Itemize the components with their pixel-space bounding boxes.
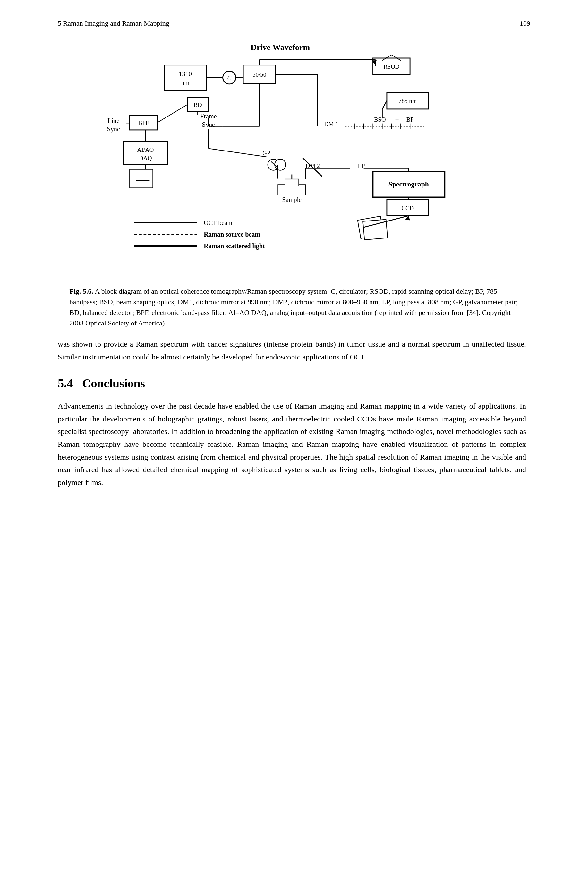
svg-text:1310: 1310 xyxy=(178,70,192,77)
svg-text:C: C xyxy=(227,75,231,81)
chapter-title: 5 Raman Imaging and Raman Mapping xyxy=(58,19,170,28)
svg-text:50/50: 50/50 xyxy=(252,71,266,78)
svg-rect-0 xyxy=(164,65,206,90)
svg-text:AI/AO: AI/AO xyxy=(137,146,154,153)
diagram-wrapper: Drive Waveform 1310 nm C 50/50 RSOD 785 … xyxy=(86,37,502,279)
diagram-title: Drive Waveform xyxy=(250,43,310,52)
svg-point-38 xyxy=(274,159,286,170)
svg-text:RSOD: RSOD xyxy=(383,63,399,70)
svg-text:Sample: Sample xyxy=(282,196,302,203)
svg-text:BP: BP xyxy=(406,116,414,123)
svg-line-67 xyxy=(157,104,188,122)
svg-text:Spectrograph: Spectrograph xyxy=(388,180,429,188)
svg-text:Raman scattered light: Raman scattered light xyxy=(204,242,265,250)
figure-container: Drive Waveform 1310 nm C 50/50 RSOD 785 … xyxy=(58,37,530,328)
page-number: 109 xyxy=(520,19,530,28)
svg-text:BPF: BPF xyxy=(138,119,148,126)
svg-text:DAQ: DAQ xyxy=(139,155,152,161)
svg-line-61 xyxy=(382,101,387,109)
section-heading: 5.4 Conclusions xyxy=(58,376,530,390)
svg-text:OCT beam: OCT beam xyxy=(204,219,232,226)
svg-text:GP: GP xyxy=(262,150,270,157)
page-header: 5 Raman Imaging and Raman Mapping 109 xyxy=(58,19,530,28)
diagram-svg: Drive Waveform 1310 nm C 50/50 RSOD 785 … xyxy=(86,37,502,278)
svg-text:+: + xyxy=(395,116,399,123)
body-text-paragraph-1: was shown to provide a Raman spectrum wi… xyxy=(58,338,526,363)
section-title: Conclusions xyxy=(82,377,145,390)
svg-text:785 nm: 785 nm xyxy=(398,98,417,104)
body-text-paragraph-2: Advancements in technology over the past… xyxy=(58,400,526,489)
fig-caption: Fig. 5.6. A block diagram of an optical … xyxy=(70,286,519,328)
svg-text:BD: BD xyxy=(194,101,202,108)
svg-rect-70 xyxy=(130,170,153,188)
svg-rect-47 xyxy=(285,179,298,186)
svg-text:DM 1: DM 1 xyxy=(324,121,338,128)
svg-text:Sync: Sync xyxy=(107,126,120,133)
svg-text:CCD: CCD xyxy=(401,205,414,212)
fig-label: Fig. 5.6. xyxy=(70,287,94,295)
section-number: 5.4 xyxy=(58,377,73,390)
svg-text:Line: Line xyxy=(108,117,119,124)
svg-text:BSO: BSO xyxy=(374,116,386,123)
svg-text:nm: nm xyxy=(181,79,189,86)
fig-caption-text: A block diagram of an optical coherence … xyxy=(70,287,518,327)
svg-text:Raman source beam: Raman source beam xyxy=(204,231,260,238)
svg-line-82 xyxy=(208,149,266,157)
